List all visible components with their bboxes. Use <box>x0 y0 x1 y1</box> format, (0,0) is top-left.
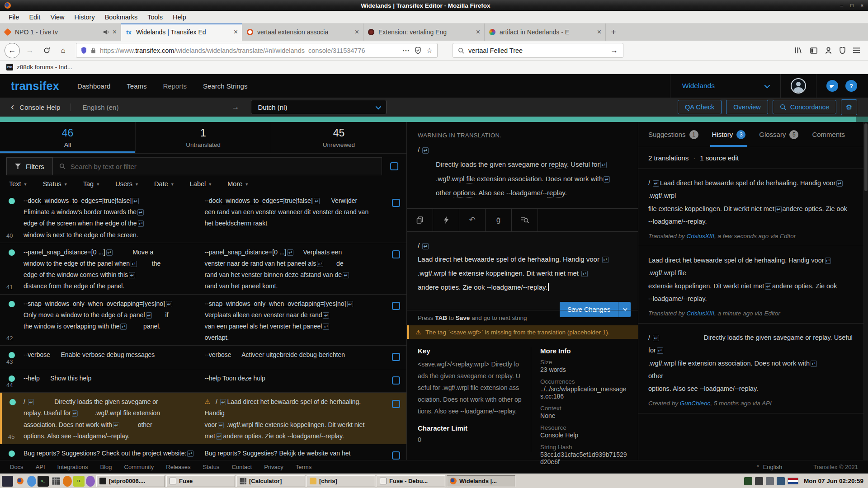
sidebar-icon[interactable] <box>810 47 817 54</box>
menu-bookmarks[interactable]: Bookmarks <box>100 12 143 22</box>
history-item-1[interactable]: / ↵Laad direct het bewaarde spel of de h… <box>638 169 868 246</box>
concordance-button[interactable]: Concordance <box>773 100 836 114</box>
search-input[interactable]: vertaal Felled Tree <box>468 47 606 54</box>
string-row-44[interactable]: 44 --help Show this help --help Toon dez… <box>0 369 406 393</box>
hamburger-menu-icon[interactable] <box>853 47 860 53</box>
target-language-select[interactable]: Dutch (nl) <box>251 100 387 114</box>
translation-input-area[interactable]: / ↵ Laad direct het bewaarde spel of de … <box>407 232 638 310</box>
tab-close-icon[interactable]: × <box>234 28 238 36</box>
source-text[interactable]: / ↵ Directly loads the given savegame or… <box>24 396 205 442</box>
tab-history[interactable]: History3 <box>712 122 746 147</box>
stat-all[interactable]: 46 All <box>0 122 136 153</box>
tab-glossary[interactable]: Glossary5 <box>759 122 798 147</box>
string-row-45-selected[interactable]: 45 / ↵ Directly loads the given savegame… <box>0 393 406 444</box>
source-text[interactable]: --dock_windows_to_edges=[true|false]↵ El… <box>24 195 205 241</box>
row-checkbox[interactable] <box>392 199 400 207</box>
qa-check-button[interactable]: QA Check <box>678 100 722 114</box>
url-bar[interactable]: https://www.transifex.com/widelands/wide… <box>76 43 438 58</box>
tray-icon-3[interactable] <box>766 477 774 485</box>
user-link[interactable]: CrisiusXIII <box>687 310 715 317</box>
footer-community[interactable]: Community <box>124 464 154 470</box>
translation-text[interactable]: --verbose Activeer uitgebreide debug-ber… <box>205 349 386 367</box>
string-row-43[interactable]: 43 --verbose Enable verbose debug messag… <box>0 346 406 369</box>
translation-text[interactable]: --panel_snap_distance=[0 ...]↵ Verplaats… <box>205 247 386 292</box>
row-checkbox[interactable] <box>392 302 400 310</box>
source-text[interactable]: --panel_snap_distance=[0 ...]↵ Move a wi… <box>24 247 205 292</box>
menu-help[interactable]: Help <box>168 12 191 22</box>
footer-integrations[interactable]: Integrations <box>57 464 88 470</box>
footer-docs[interactable]: Docs <box>10 464 24 470</box>
reload-button[interactable] <box>40 44 53 57</box>
launcher-icon-8[interactable] <box>86 476 95 487</box>
tab-close-icon[interactable]: × <box>113 28 117 36</box>
tab-vertaal[interactable]: vertaal extension associa × <box>242 23 363 41</box>
launcher-terminal-icon[interactable]: >_ <box>38 476 49 487</box>
history-item-3[interactable]: / ↵ Directly loads the given savegame or… <box>638 324 868 413</box>
minimize-button[interactable]: – <box>840 3 843 8</box>
footer-terms[interactable]: Terms <box>296 464 311 470</box>
footer-releases[interactable]: Releases <box>166 464 190 470</box>
translation-text[interactable]: Bug reports? Suggesties? Bekijk de websi… <box>205 448 386 460</box>
user-link[interactable]: GunChleoc <box>680 400 711 407</box>
source-text[interactable]: Bug reports? Suggestions? Check out the … <box>24 448 205 460</box>
footer-privacy[interactable]: Privacy <box>264 464 283 470</box>
project-selector[interactable]: Widelands <box>670 74 781 98</box>
tab-npo[interactable]: NPO 1 - Live tv × <box>0 23 121 41</box>
menu-file[interactable]: File <box>4 12 24 22</box>
menu-history[interactable]: History <box>70 12 100 22</box>
filter-users[interactable]: Users▾ <box>115 180 138 188</box>
stat-untranslated[interactable]: 1 Untranslated <box>136 122 271 153</box>
row-checkbox[interactable] <box>392 451 400 460</box>
account-icon[interactable] <box>825 47 832 54</box>
nav-reports[interactable]: Reports <box>163 82 187 90</box>
overview-button[interactable]: Overview <box>726 100 768 114</box>
library-icon[interactable] <box>795 47 802 54</box>
string-row-46[interactable]: 46 Bug reports? Suggestions? Check out t… <box>0 444 406 460</box>
translation-text[interactable]: --help Toon deze hulp <box>205 373 386 390</box>
filters-button[interactable]: Filters <box>6 157 53 175</box>
row-checkbox[interactable] <box>392 376 400 385</box>
filter-tag[interactable]: Tag▾ <box>83 180 99 188</box>
machine-translation-icon[interactable] <box>433 209 459 231</box>
url-text[interactable]: https://www.transifex.com/widelands/wide… <box>100 47 398 54</box>
maximize-button[interactable]: □ <box>850 3 854 8</box>
keyboard-layout-flag-icon[interactable] <box>788 478 798 484</box>
string-search-input[interactable] <box>71 163 375 170</box>
concordance-search-icon[interactable] <box>512 209 538 231</box>
row-checkbox[interactable] <box>392 400 400 408</box>
taskbar-window-widelands-active[interactable]: Widelands |... <box>447 475 515 487</box>
string-row-40[interactable]: 40 --dock_windows_to_edges=[true|false]↵… <box>0 192 406 243</box>
taskbar-window-chris[interactable]: [chris] <box>307 475 375 487</box>
launcher-icon-7[interactable]: FL <box>73 476 85 487</box>
resource-breadcrumb[interactable]: Console Help <box>19 103 71 111</box>
nav-dashboard[interactable]: Dashboard <box>77 82 110 90</box>
filter-label[interactable]: Label▾ <box>190 180 212 188</box>
translation-text[interactable]: --dock_windows_to_edges=[true|false]↵ Ve… <box>205 195 386 241</box>
tracking-shield-icon[interactable] <box>81 47 87 54</box>
launcher-calculator-icon[interactable] <box>50 476 61 487</box>
footer-api[interactable]: API <box>36 464 45 470</box>
tab-audio-icon[interactable] <box>104 30 109 34</box>
string-row-41[interactable]: 41 --panel_snap_distance=[0 ...]↵ Move a… <box>0 243 406 295</box>
forward-button[interactable]: → <box>23 44 37 57</box>
tab-close-icon[interactable]: × <box>355 28 359 36</box>
nav-search-strings[interactable]: Search Strings <box>203 82 247 90</box>
filter-text[interactable]: Text▾ <box>9 180 27 188</box>
help-icon[interactable]: ? <box>845 80 857 92</box>
home-button[interactable]: ⌂ <box>57 44 70 57</box>
tray-icon-1[interactable] <box>744 477 752 485</box>
launcher-icon-6[interactable] <box>63 476 72 487</box>
taskbar-window-stpro[interactable]: [stpro0006.... <box>96 475 165 487</box>
bookmark-star-icon[interactable]: ☆ <box>426 46 433 55</box>
string-row-42[interactable]: 42 --snap_windows_only_when_overlapping=… <box>0 295 406 346</box>
select-all-checkbox[interactable] <box>390 162 398 170</box>
tab-comments[interactable]: Comments <box>812 122 845 147</box>
taskbar-clock[interactable]: Mon 07 Jun 02:20:59 <box>804 478 863 484</box>
avatar[interactable] <box>791 78 806 94</box>
row-checkbox[interactable] <box>392 250 400 258</box>
taskbar-window-fuse-debug[interactable]: Fuse - Debu... <box>377 475 445 487</box>
filter-more[interactable]: More▾ <box>227 180 248 188</box>
tray-icon-4[interactable] <box>777 477 785 485</box>
footer-status[interactable]: Status <box>203 464 220 470</box>
source-text[interactable]: --help Show this help <box>24 373 205 390</box>
